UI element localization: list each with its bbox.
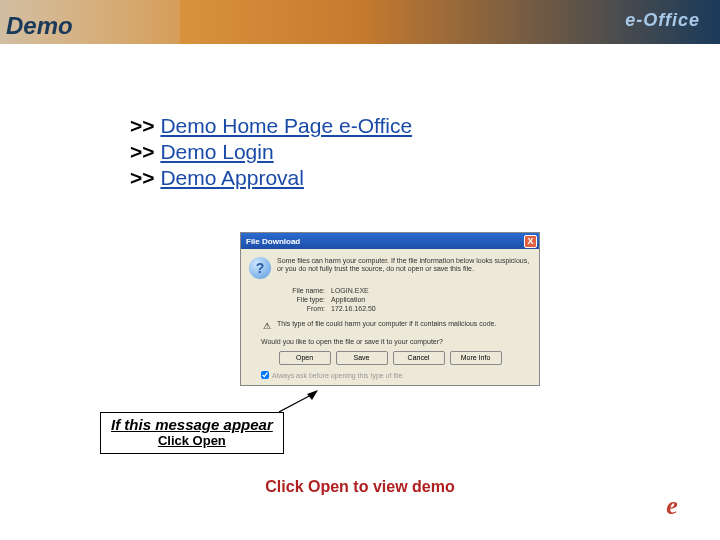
callout-line1: If this message appear <box>111 416 273 433</box>
page-title: Demo <box>6 12 73 40</box>
more-info-button[interactable]: More Info <box>450 351 502 365</box>
demo-links: >> Demo Home Page e-Office >> Demo Login… <box>130 114 720 190</box>
always-ask-checkbox[interactable] <box>261 371 269 379</box>
close-icon[interactable]: X <box>524 235 537 248</box>
footer-instruction: Click Open to view demo <box>0 478 720 496</box>
help-icon: ? <box>249 257 271 279</box>
svg-marker-1 <box>307 390 318 400</box>
from-label: From: <box>277 305 325 312</box>
cancel-button[interactable]: Cancel <box>393 351 445 365</box>
brand-text: e-Office <box>625 10 700 31</box>
filename-value: LOGIN.EXE <box>331 287 369 294</box>
filetype-value: Application <box>331 296 365 303</box>
dialog-titlebar: File Download X <box>241 233 539 249</box>
dialog-fields: File name: LOGIN.EXE File type: Applicat… <box>277 287 531 312</box>
warning-text: This type of file could harm your comput… <box>277 320 496 328</box>
warning-icon: ⚠ <box>261 320 273 332</box>
logo-e-icon: e <box>666 491 678 521</box>
header-banner: Demo e-Office <box>0 0 720 44</box>
dialog-question: Would you like to open the file or save … <box>261 338 531 345</box>
chevron-icon: >> <box>130 114 155 137</box>
dialog-buttons: Open Save Cancel More Info <box>249 351 531 365</box>
link-row: >> Demo Login <box>130 140 720 164</box>
dialog-body: ? Some files can harm your computer. If … <box>241 249 539 385</box>
svg-line-0 <box>279 394 313 412</box>
file-download-dialog: File Download X ? Some files can harm yo… <box>240 232 540 386</box>
save-button[interactable]: Save <box>336 351 388 365</box>
filetype-label: File type: <box>277 296 325 303</box>
callout-box: If this message appear Click Open <box>100 412 284 454</box>
demo-approval-link[interactable]: Demo Approval <box>160 166 304 189</box>
dialog-message: Some files can harm your computer. If th… <box>277 257 531 279</box>
arrow-icon <box>279 390 318 412</box>
callout-line2: Click Open <box>111 433 273 448</box>
chevron-icon: >> <box>130 140 155 163</box>
always-ask-text: Always ask before opening this type of f… <box>272 372 402 379</box>
demo-login-link[interactable]: Demo Login <box>160 140 273 163</box>
always-ask-checkbox-label: Always ask before opening this type of f… <box>261 371 531 379</box>
dialog-title: File Download <box>246 237 300 246</box>
open-button[interactable]: Open <box>279 351 331 365</box>
filename-label: File name: <box>277 287 325 294</box>
link-row: >> Demo Approval <box>130 166 720 190</box>
chevron-icon: >> <box>130 166 155 189</box>
from-value: 172.16.162.50 <box>331 305 376 312</box>
footer-logo: e <box>636 482 708 530</box>
link-row: >> Demo Home Page e-Office <box>130 114 720 138</box>
demo-homepage-link[interactable]: Demo Home Page e-Office <box>160 114 412 137</box>
